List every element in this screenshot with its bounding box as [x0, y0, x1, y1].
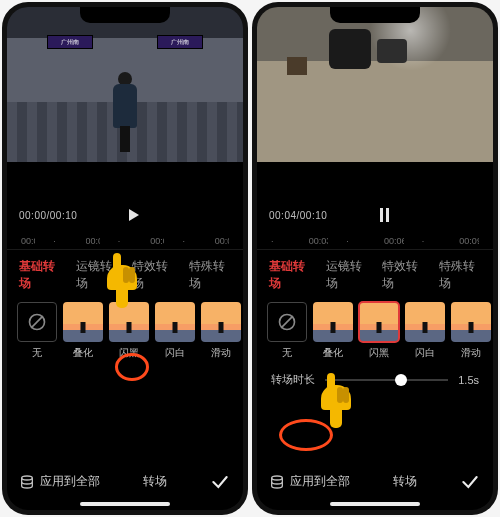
station-sign: 广州南: [157, 35, 203, 49]
panel-title: 转场: [360, 473, 449, 490]
confirm-button[interactable]: [457, 472, 483, 492]
slider-knob[interactable]: [395, 374, 407, 386]
tab-effect[interactable]: 特效转场: [382, 258, 425, 292]
playback-timestamp: 00:04/00:10: [269, 210, 327, 221]
transition-item-dissolve[interactable]: 叠化: [63, 302, 103, 360]
transition-item-dissolve[interactable]: 叠化: [313, 302, 353, 360]
panel-title: 转场: [110, 473, 199, 490]
play-icon: [129, 209, 139, 221]
transition-item-slide[interactable]: 滑动: [201, 302, 241, 360]
home-indicator[interactable]: [330, 502, 420, 506]
apply-to-all-label: 应用到全部: [40, 473, 100, 490]
layers-icon: [19, 474, 35, 490]
svg-point-2: [22, 476, 33, 480]
duration-value: 1.5s: [458, 374, 479, 386]
layers-icon: [269, 474, 285, 490]
duration-label: 转场时长: [271, 372, 315, 387]
home-indicator[interactable]: [80, 502, 170, 506]
duration-slider[interactable]: [325, 379, 448, 381]
play-button[interactable]: [123, 204, 145, 226]
playback-timestamp: 00:00/00:10: [19, 210, 77, 221]
transition-item-flash-black[interactable]: 闪黑: [109, 302, 149, 360]
transition-thumbnails: 无 叠化 闪黑 闪白 滑动: [257, 298, 493, 362]
transition-category-tabs: 基础转场 运镜转场 特效转场 特殊转场: [257, 250, 493, 298]
device-notch: [80, 7, 170, 23]
tab-camera[interactable]: 运镜转场: [326, 258, 369, 292]
playback-bar: 00:00/00:10: [7, 198, 243, 232]
transition-item-flash-white[interactable]: 闪白: [155, 302, 195, 360]
playback-bar: 00:04/00:10: [257, 198, 493, 232]
svg-line-1: [31, 316, 43, 328]
tab-basic[interactable]: 基础转场: [269, 258, 312, 292]
tab-special[interactable]: 特殊转场: [439, 258, 482, 292]
check-icon: [210, 472, 230, 492]
transition-item-none[interactable]: 无: [267, 302, 307, 360]
video-preview[interactable]: [257, 7, 493, 162]
video-preview[interactable]: 广州南 广州南: [7, 7, 243, 162]
apply-to-all-button[interactable]: 应用到全部: [267, 469, 352, 494]
device-notch: [330, 7, 420, 23]
tab-special[interactable]: 特殊转场: [189, 258, 232, 292]
apply-to-all-button[interactable]: 应用到全部: [17, 469, 102, 494]
apply-to-all-label: 应用到全部: [290, 473, 350, 490]
tab-basic[interactable]: 基础转场: [19, 258, 62, 292]
timeline-ruler[interactable]: 00:00 · 00:03 · 00:06 · 00:09: [7, 232, 243, 250]
transition-duration-row: 转场时长 1.5s: [257, 362, 493, 391]
timeline-ruler[interactable]: · 00:03 · 00:06 · 00:09: [257, 232, 493, 250]
phone-right: 00:04/00:10 · 00:03 · 00:06 · 00:09 基础转场…: [252, 2, 498, 515]
transition-thumbnails: 无 叠化 闪黑 闪白 滑动: [7, 298, 243, 362]
transition-item-slide[interactable]: 滑动: [451, 302, 491, 360]
check-icon: [460, 472, 480, 492]
svg-line-4: [281, 316, 293, 328]
station-sign: 广州南: [47, 35, 93, 49]
confirm-button[interactable]: [207, 472, 233, 492]
transition-item-flash-black[interactable]: 闪黑: [359, 302, 399, 360]
transition-item-flash-white[interactable]: 闪白: [405, 302, 445, 360]
transition-item-none[interactable]: 无: [17, 302, 57, 360]
tab-effect[interactable]: 特效转场: [132, 258, 175, 292]
svg-point-5: [272, 476, 283, 480]
none-icon: [277, 312, 297, 332]
transition-category-tabs: 基础转场 运镜转场 特效转场 特殊转场: [7, 250, 243, 298]
tab-camera[interactable]: 运镜转场: [76, 258, 119, 292]
phone-left: 广州南 广州南 00:00/00:10 00:00 · 00:03 · 00:0…: [2, 2, 248, 515]
pause-icon: [380, 208, 389, 222]
none-icon: [27, 312, 47, 332]
pause-button[interactable]: [373, 204, 395, 226]
